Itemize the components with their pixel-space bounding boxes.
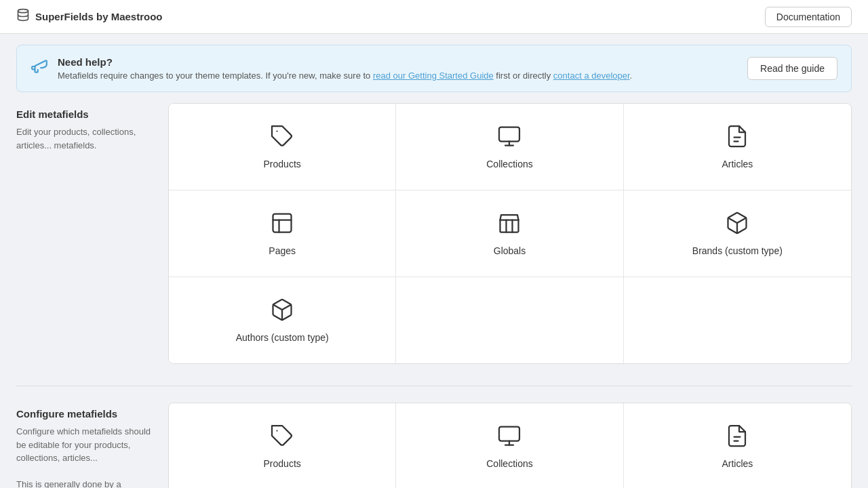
- contact-developer-link[interactable]: contact a developer: [553, 70, 630, 81]
- edit-empty-1: [396, 277, 623, 363]
- configure-articles-cell[interactable]: Articles: [624, 403, 851, 488]
- config-article-icon: [725, 424, 749, 451]
- brand-name: SuperFields by Maestrooo: [35, 11, 163, 22]
- edit-pages-cell[interactable]: Pages: [169, 190, 396, 277]
- edit-pages-label: Pages: [269, 245, 296, 256]
- configure-section-description: Configure which metafields should be edi…: [16, 425, 152, 488]
- read-guide-button[interactable]: Read the guide: [747, 57, 837, 80]
- edit-collections-cell[interactable]: Collections: [396, 104, 623, 190]
- store-icon: [497, 211, 521, 239]
- banner-content: Need help? Metafields require changes to…: [31, 56, 632, 81]
- banner-title: Need help?: [58, 56, 632, 68]
- svg-point-0: [18, 9, 28, 13]
- section-divider: [16, 386, 852, 386]
- svg-rect-13: [499, 427, 519, 441]
- pages-icon: [270, 211, 294, 239]
- edit-products-cell[interactable]: Products: [169, 104, 396, 190]
- help-banner: Need help? Metafields require changes to…: [16, 45, 852, 92]
- megaphone-icon: [31, 58, 48, 79]
- svg-rect-7: [273, 214, 292, 232]
- banner-text-block: Need help? Metafields require changes to…: [58, 56, 632, 81]
- configure-section-title: Configure metafields: [16, 408, 152, 420]
- configure-articles-label: Articles: [722, 458, 753, 469]
- configure-section-info: Configure metafields Configure which met…: [16, 403, 152, 488]
- edit-articles-label: Articles: [722, 159, 753, 169]
- configure-metafields-section: Configure metafields Configure which met…: [16, 403, 852, 488]
- banner-description: Metafields require changes to your theme…: [58, 70, 632, 81]
- edit-brands-cell[interactable]: Brands (custom type): [624, 190, 851, 277]
- edit-section-info: Edit metafields Edit your products, coll…: [16, 103, 152, 364]
- edit-globals-cell[interactable]: Globals: [396, 190, 623, 277]
- edit-authors-cell[interactable]: Authors (custom type): [169, 277, 396, 363]
- edit-empty-2: [624, 277, 851, 363]
- edit-articles-cell[interactable]: Articles: [624, 104, 851, 190]
- edit-authors-label: Authors (custom type): [236, 332, 329, 343]
- edit-grid: Products Collections: [168, 103, 852, 364]
- edit-globals-label: Globals: [494, 245, 526, 256]
- configure-grid-cells: Products Collections: [169, 403, 851, 488]
- header: SuperFields by Maestrooo Documentation: [0, 0, 868, 34]
- configure-grid: Products Collections: [168, 403, 852, 488]
- edit-brands-label: Brands (custom type): [692, 245, 783, 256]
- authors-box-icon: [270, 298, 294, 325]
- config-tag-icon: [270, 424, 294, 451]
- configure-products-cell[interactable]: Products: [169, 403, 396, 488]
- getting-started-link[interactable]: read our Getting Started Guide: [373, 70, 494, 81]
- database-icon: [16, 8, 30, 25]
- article-icon: [725, 124, 749, 152]
- configure-collections-cell[interactable]: Collections: [396, 403, 623, 488]
- main-content: Edit metafields Edit your products, coll…: [0, 103, 868, 488]
- documentation-button[interactable]: Documentation: [765, 7, 852, 27]
- tag-icon: [270, 124, 294, 152]
- configure-collections-label: Collections: [486, 458, 532, 469]
- edit-section-description: Edit your products, collections, article…: [16, 125, 152, 152]
- edit-section-title: Edit metafields: [16, 108, 152, 120]
- configure-products-label: Products: [264, 458, 301, 469]
- box-icon: [725, 211, 749, 239]
- svg-rect-2: [499, 127, 519, 142]
- brand: SuperFields by Maestrooo: [16, 8, 163, 25]
- config-collection-icon: [497, 424, 521, 451]
- edit-grid-cells: Products Collections: [169, 104, 851, 363]
- edit-metafields-section: Edit metafields Edit your products, coll…: [16, 103, 852, 364]
- edit-products-label: Products: [264, 159, 301, 169]
- collection-icon: [497, 124, 521, 152]
- edit-collections-label: Collections: [486, 159, 532, 169]
